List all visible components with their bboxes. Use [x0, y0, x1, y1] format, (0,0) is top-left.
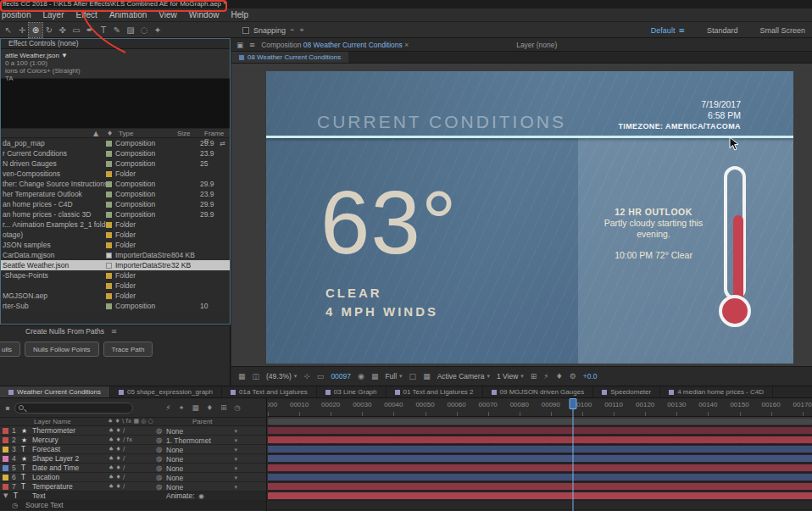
- flowchart-button-icon[interactable]: ⚙: [570, 372, 576, 380]
- project-item[interactable]: JSON samplesFolder: [0, 240, 230, 250]
- layer-row[interactable]: 7TTemperature♠ ♦ /@None▾: [0, 482, 266, 492]
- layer-duration-bar[interactable]: [268, 427, 812, 434]
- column-layer-name[interactable]: Layer Name: [34, 418, 71, 425]
- shape-tool[interactable]: ▭: [70, 23, 83, 37]
- source-text-row[interactable]: ◷Source Text: [0, 501, 266, 510]
- project-item[interactable]: MGJSON.aepFolder: [0, 291, 230, 301]
- parent-pickwhip-icon[interactable]: @: [156, 436, 163, 445]
- pan-behind-tool[interactable]: ✜: [56, 23, 70, 37]
- timeline-tab-01-text-and-ligatures-2[interactable]: 01 Text and Ligatures 2: [387, 386, 483, 397]
- layer-color-chip[interactable]: [3, 447, 8, 453]
- work-area-bar[interactable]: [268, 419, 812, 425]
- layer-color-chip[interactable]: [3, 475, 8, 480]
- title-bar[interactable]: ffects CC 2018 - I:\KLS After Effects\KL…: [0, 0, 812, 8]
- pen-tool[interactable]: ✒: [83, 23, 97, 37]
- region-of-interest-icon[interactable]: □: [409, 372, 417, 380]
- show-snapshot-icon[interactable]: ▦: [371, 372, 379, 380]
- project-item[interactable]: da_pop_mapComposition29.9⇄: [0, 138, 230, 148]
- menu-item-window[interactable]: Window: [183, 8, 225, 22]
- comp-canvas[interactable]: CURRENT CONDITIONS 7/19/2017 6:58 PM TIM…: [231, 64, 812, 366]
- parent-select[interactable]: None▾: [166, 464, 239, 473]
- grid-guides-icon[interactable]: ⊹: [303, 372, 310, 380]
- project-item[interactable]: N driven GaugesComposition25: [0, 158, 230, 169]
- project-item[interactable]: -Shape-PointsFolder: [0, 270, 230, 280]
- layer-duration-bar[interactable]: [268, 492, 812, 499]
- project-item[interactable]: an home prices - C4DComposition29.9: [0, 199, 230, 209]
- layer-row[interactable]: 1★Thermometer♠ ♦ /@None▾: [0, 426, 266, 436]
- camera-select[interactable]: Active Camera▾: [437, 372, 490, 380]
- layer-switches[interactable]: ♠ ♦ /: [108, 482, 125, 492]
- parent-pickwhip-icon[interactable]: @: [156, 482, 163, 492]
- fast-previews-icon[interactable]: ⚡: [543, 372, 548, 380]
- label-column-icon[interactable]: ♦: [107, 130, 113, 137]
- layer-switches[interactable]: ♠ ♦ /: [108, 473, 125, 482]
- snapshot-icon[interactable]: ◉: [358, 372, 364, 380]
- tl-toolbar-icon-4[interactable]: ⊞: [220, 403, 226, 412]
- tl-toolbar-icon-0[interactable]: ⚡: [165, 403, 170, 412]
- layer-duration-bar[interactable]: [268, 474, 812, 480]
- work-area-row[interactable]: [268, 417, 812, 426]
- layer-duration-bar[interactable]: [268, 483, 812, 490]
- workspace-standard[interactable]: Standard: [707, 26, 738, 35]
- layer-row[interactable]: 6TLocation♠ ♦ /@None▾: [0, 473, 266, 482]
- orbit-camera-tool[interactable]: ↻: [42, 23, 56, 37]
- view-layout-select[interactable]: 1 View▾: [497, 372, 524, 380]
- mask-visibility-icon[interactable]: ▭: [317, 372, 325, 380]
- column-parent[interactable]: Parent: [192, 418, 213, 425]
- parent-select[interactable]: None▾: [166, 426, 239, 436]
- project-item[interactable]: CarData.mgjsonImporterDataStream804 KB: [0, 250, 230, 260]
- layer-name[interactable]: Shape Layer 2: [32, 454, 79, 464]
- tl-toolbar-icon-5[interactable]: ◷: [234, 403, 240, 412]
- zoom-tool[interactable]: ⊕: [29, 23, 42, 37]
- menu-item-help[interactable]: Help: [225, 8, 254, 22]
- snap-icon-1[interactable]: ⌖: [299, 25, 303, 35]
- puppet-pin-tool[interactable]: ✦: [151, 23, 164, 37]
- project-item[interactable]: Seattle Weather.jsonImporterDataStream32…: [0, 260, 230, 270]
- layer-color-chip[interactable]: [3, 456, 8, 462]
- layer-color-chip[interactable]: [3, 437, 8, 443]
- tl-toolbar-icon-3[interactable]: ♦: [207, 403, 214, 412]
- text-layer-row[interactable]: ▼TTextAnimate:◉: [0, 492, 266, 501]
- layer-search-input[interactable]: [14, 403, 133, 414]
- transparency-grid-icon[interactable]: ▦: [423, 372, 431, 380]
- resolution-select[interactable]: Full▾: [385, 372, 402, 380]
- tl-toolbar-icon-2[interactable]: ▦: [192, 403, 199, 412]
- pixel-aspect-icon[interactable]: ⊞: [531, 372, 537, 380]
- panel-dock-icon[interactable]: ▣: [236, 41, 243, 49]
- project-item[interactable]: an home prices - classic 3DComposition29…: [0, 209, 230, 219]
- layer-name[interactable]: Location: [32, 473, 59, 482]
- tab-create-nulls-from-paths[interactable]: Create Nulls From Paths≡: [0, 325, 230, 338]
- menu-item-effect[interactable]: Effect: [70, 8, 103, 22]
- layer-bar-row[interactable]: [268, 445, 812, 454]
- column-size[interactable]: Size: [177, 130, 191, 137]
- layer-switches[interactable]: ♠ ♦ /: [108, 464, 125, 473]
- layer-switches[interactable]: ♠ ♦ / fx: [108, 436, 132, 445]
- zoom-select[interactable]: (49.3%)▾: [266, 372, 297, 380]
- sort-icon[interactable]: ▲: [93, 130, 98, 137]
- magnification-icon[interactable]: ◫: [253, 372, 260, 380]
- tab-composition[interactable]: Composition 08 Weather Current Condition…: [261, 41, 409, 49]
- comp-breadcrumb[interactable]: 08 Weather Current Conditions: [231, 52, 348, 63]
- timeline-tab-09-mgjson-driven-gauges[interactable]: 09 MGJSON driven Gauges: [483, 386, 594, 397]
- layer-row[interactable]: 4★Shape Layer 2♠ ♦ /@None▾: [0, 454, 266, 464]
- layer-name[interactable]: Mercury: [32, 436, 58, 445]
- animate-add-icon[interactable]: ◉: [198, 492, 204, 501]
- layer-bar-row[interactable]: [268, 436, 812, 445]
- project-item[interactable]: Folder: [0, 280, 230, 291]
- layer-name[interactable]: Temperature: [32, 482, 73, 492]
- expand-arrow-icon[interactable]: ▼: [3, 492, 8, 501]
- layer-color-chip[interactable]: [3, 465, 8, 471]
- project-item[interactable]: her Temperature OutlookComposition23.9: [0, 189, 230, 199]
- layer-duration-bar[interactable]: [268, 464, 812, 471]
- project-item[interactable]: r Current ConditionsComposition23.9: [0, 148, 230, 158]
- parent-pickwhip-icon[interactable]: @: [156, 464, 163, 473]
- layer-bar-row[interactable]: [268, 482, 812, 492]
- layer-duration-bar[interactable]: [268, 436, 812, 443]
- layer-bar-row[interactable]: [268, 464, 812, 473]
- tl-toolbar-icon-1[interactable]: ✦: [178, 403, 184, 412]
- parent-pickwhip-icon[interactable]: @: [156, 473, 163, 482]
- selection-tool[interactable]: ↖: [2, 23, 15, 37]
- parent-pickwhip-icon[interactable]: @: [156, 454, 163, 464]
- layer-color-chip[interactable]: [3, 484, 8, 490]
- layer-switches[interactable]: ♠ ♦ /: [108, 445, 125, 454]
